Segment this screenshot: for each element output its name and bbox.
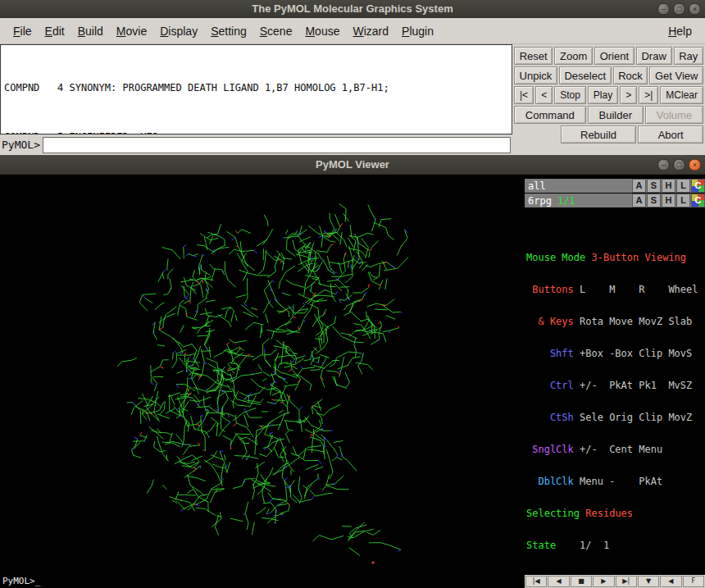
abort-button[interactable]: Abort [638, 125, 703, 144]
builder-tab-button[interactable]: Builder [588, 106, 644, 124]
menu-plugin[interactable]: Plugin [395, 21, 440, 42]
mouse-settings-panel[interactable]: Mouse Mode 3-Button Viewing Buttons L M … [525, 231, 705, 575]
command-tab-button[interactable]: Command [514, 106, 586, 124]
menu-build[interactable]: Build [71, 21, 110, 42]
state-label: State [526, 540, 556, 551]
mouse-row-key: & Keys [526, 316, 574, 327]
reset-button[interactable]: Reset [514, 47, 553, 65]
console-output[interactable]: COMPND 4 SYNONYM: PROGRAMMED DEATH LIGAN… [0, 44, 512, 134]
menu-mouse[interactable]: Mouse [298, 21, 346, 42]
viewer-body: all A S H L C 6rpg 1/1 A S H L C [0, 175, 705, 575]
hide-menu-button[interactable]: H [662, 194, 675, 207]
rock-button[interactable]: Rock [613, 66, 648, 84]
color-menu-button[interactable]: C [691, 194, 705, 207]
mouse-row-vals: Rota Move MovZ Slab [574, 316, 693, 327]
object-side-panel: all A S H L C 6rpg 1/1 A S H L C [525, 175, 705, 575]
mouse-row-vals: L M R Wheel [574, 284, 698, 295]
viewer-close-icon[interactable]: × [689, 158, 701, 171]
orient-button[interactable]: Orient [594, 47, 634, 65]
vcr-dropdown-icon[interactable]: ▼ [638, 576, 659, 587]
mouse-mode-label: Mouse Mode [526, 252, 585, 263]
hide-menu-button[interactable]: H [662, 179, 675, 193]
mouse-row-vals: Sele Orig Clip MovZ [574, 412, 693, 423]
movie-stop-button[interactable]: Stop [554, 86, 586, 104]
object-row-all[interactable]: all A S H L C [525, 179, 705, 193]
prompt-label: PyMOL> [2, 139, 43, 151]
menubar: File Edit Build Movie Display Setting Sc… [0, 18, 705, 44]
vcr-prev-icon[interactable]: ◀ [660, 576, 681, 587]
unpick-button[interactable]: Unpick [514, 66, 557, 84]
upper-area: COMPND 4 SYNONYM: PROGRAMMED DEATH LIGAN… [0, 44, 705, 155]
mclear-button[interactable]: MClear [660, 86, 703, 104]
mouse-row-keys: & Keys Rota Move MovZ Slab [526, 317, 705, 327]
color-menu-button[interactable]: C [691, 179, 705, 193]
movie-play-button[interactable]: Play [588, 86, 618, 104]
object-name: all [528, 180, 546, 192]
menu-wizard[interactable]: Wizard [346, 21, 395, 42]
object-row-6rpg[interactable]: 6rpg 1/1 A S H L C [525, 194, 705, 207]
minimize-icon[interactable]: – [657, 2, 670, 15]
volume-tab-button: Volume [645, 106, 703, 124]
viewer-command-line[interactable]: PyMOL>_ [0, 575, 525, 588]
ray-button[interactable]: Ray [674, 47, 704, 65]
mouse-row-vals: +Box -Box Clip MovS [574, 348, 693, 359]
zoom-button[interactable]: Zoom [554, 47, 593, 65]
movie-forward-button[interactable]: > [620, 86, 637, 104]
mouse-row-vals: +/- Cent Menu [574, 444, 662, 455]
menu-file[interactable]: File [7, 21, 39, 42]
mouse-row-key: Ctrl [526, 380, 574, 391]
molecule-svg [0, 175, 525, 575]
movie-back-button[interactable]: < [535, 86, 553, 104]
vcr-stop-icon[interactable]: ■ [571, 576, 592, 587]
deselect-button[interactable]: Deselect [559, 66, 612, 84]
rebuild-button[interactable]: Rebuild [561, 125, 637, 144]
mouse-row-key: DblClk [526, 476, 574, 487]
mouse-row-snglclk: SnglClk +/- Cent Menu [526, 444, 705, 455]
maximize-icon[interactable]: □ [673, 2, 685, 15]
viewer-minimize-icon[interactable]: – [657, 158, 670, 171]
menu-display[interactable]: Display [153, 21, 204, 42]
bottom-bar: PyMOL>_ |◀ ◀ ■ ▶ ▶| ▼ ◀ F [0, 575, 705, 588]
action-menu-button[interactable]: A [632, 179, 646, 193]
label-menu-button[interactable]: L [676, 194, 690, 207]
vcr-fullscreen-icon[interactable]: F [683, 576, 704, 587]
pymol-app: The PyMOL Molecular Graphics System – □ … [0, 0, 705, 588]
vcr-play-icon[interactable]: ▶ [593, 576, 614, 587]
get-view-button[interactable]: Get View [649, 66, 703, 84]
mouse-row-key: CtSh [526, 412, 574, 423]
main-titlebar[interactable]: The PyMOL Molecular Graphics System – □ … [0, 0, 705, 18]
menu-edit[interactable]: Edit [39, 21, 71, 42]
menu-scene[interactable]: Scene [253, 21, 299, 42]
movie-end-button[interactable]: >| [639, 86, 658, 104]
draw-button[interactable]: Draw [636, 47, 672, 65]
selecting-indicator[interactable]: Selecting Residues [526, 508, 705, 519]
vcr-step-back-icon[interactable]: ◀ [548, 576, 569, 587]
viewer-titlebar[interactable]: PyMOL Viewer – □ × [0, 155, 705, 175]
show-menu-button[interactable]: S [647, 194, 661, 207]
menu-setting[interactable]: Setting [204, 21, 253, 42]
movie-rewind-button[interactable]: |< [514, 86, 534, 104]
action-menu-button[interactable]: A [632, 194, 646, 207]
control-panel-spacer [514, 125, 559, 144]
mouse-row-vals: Menu - PkAt [574, 476, 662, 487]
command-prompt-row: PyMOL> [0, 134, 512, 155]
mouse-row-key: Shft [526, 348, 574, 359]
mouse-mode-line[interactable]: Mouse Mode 3-Button Viewing [526, 253, 705, 263]
mouse-row-key: Buttons [526, 284, 574, 295]
menu-movie[interactable]: Movie [110, 21, 153, 42]
console-line: COMPND 5 ENGINEERED: YES [4, 129, 508, 134]
vcr-end-icon[interactable]: ▶| [616, 576, 637, 587]
show-menu-button[interactable]: S [647, 179, 661, 193]
viewer-maximize-icon[interactable]: □ [673, 158, 685, 171]
command-input[interactable] [43, 137, 511, 153]
close-icon[interactable]: × [689, 2, 701, 15]
menu-help[interactable]: Help [662, 21, 698, 42]
object-action-buttons: A S H L C [632, 179, 705, 193]
mouse-mode-value: 3-Button Viewing [585, 252, 686, 263]
mouse-row-shft: Shft +Box -Box Clip MovS [526, 349, 705, 359]
mouse-row-ctrl: Ctrl +/- PkAt Pk1 MvSZ [526, 381, 705, 391]
viewer-canvas[interactable] [0, 175, 525, 575]
label-menu-button[interactable]: L [676, 179, 690, 193]
state-indicator: State 1/ 1 [526, 540, 705, 551]
vcr-rewind-icon[interactable]: |◀ [525, 576, 547, 587]
